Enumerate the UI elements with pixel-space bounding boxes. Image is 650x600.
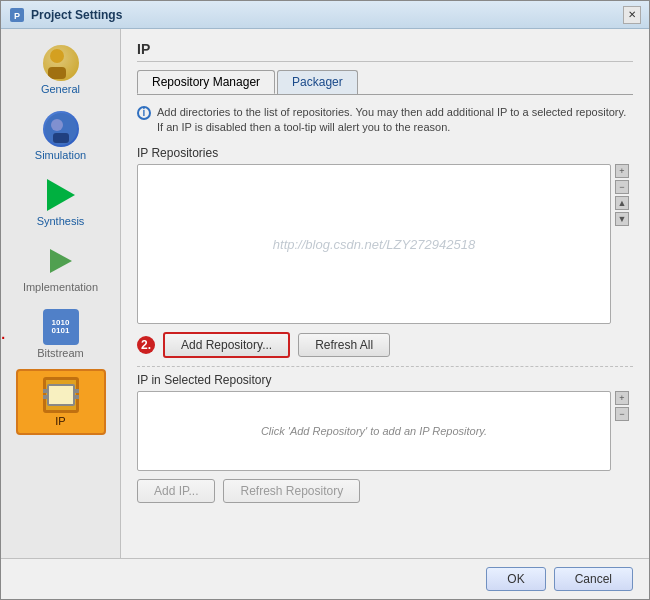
window-title: Project Settings — [31, 8, 623, 22]
watermark-text: http://blog.csdn.net/LZY272942518 — [273, 236, 475, 251]
ip-in-selected-label: IP in Selected Repository — [137, 373, 633, 387]
svg-rect-5 — [48, 67, 66, 79]
svg-point-7 — [51, 119, 63, 131]
main-content: IP Repository Manager Packager i Add dir… — [121, 29, 649, 558]
sidebar-item-ip[interactable]: IP — [16, 369, 106, 435]
info-box: i Add directories to the list of reposit… — [137, 105, 633, 136]
general-icon — [43, 45, 79, 81]
sidebar-item-simulation-label: Simulation — [35, 149, 86, 161]
click-add-hint: Click 'Add Repository' to add an IP Repo… — [185, 425, 563, 437]
project-settings-window: P Project Settings ✕ General — [0, 0, 650, 600]
ip-scroll-minus[interactable]: − — [615, 407, 629, 421]
cancel-button[interactable]: Cancel — [554, 567, 633, 591]
tab-bar: Repository Manager Packager — [137, 70, 633, 95]
ok-button[interactable]: OK — [486, 567, 545, 591]
title-bar: P Project Settings ✕ — [1, 1, 649, 29]
sidebar: General Simulation Synthesis — [1, 29, 121, 558]
scroll-down-btn[interactable]: ▼ — [615, 212, 629, 226]
close-button[interactable]: ✕ — [623, 6, 641, 24]
svg-point-3 — [50, 49, 64, 63]
info-icon: i — [137, 106, 151, 120]
bitstream-icon: 10100101 — [43, 309, 79, 345]
add-repository-scroll-plus[interactable]: + — [615, 164, 629, 178]
footer: OK Cancel — [1, 558, 649, 599]
sidebar-item-bitstream-label: Bitstream — [37, 347, 83, 359]
sidebar-item-implementation-label: Implementation — [23, 281, 98, 293]
sidebar-item-simulation[interactable]: Simulation — [16, 105, 106, 167]
window-body: General Simulation Synthesis — [1, 29, 649, 558]
sidebar-item-ip-label: IP — [55, 415, 65, 427]
add-ip-button[interactable]: Add IP... — [137, 479, 215, 503]
tab-repository-manager[interactable]: Repository Manager — [137, 70, 275, 94]
tab-packager[interactable]: Packager — [277, 70, 358, 94]
svg-text:P: P — [14, 11, 20, 21]
window-icon: P — [9, 7, 25, 23]
refresh-repository-button[interactable]: Refresh Repository — [223, 479, 360, 503]
sidebar-item-general[interactable]: General — [16, 39, 106, 101]
ip-buttons-row: Add IP... Refresh Repository — [137, 479, 633, 503]
synthesis-icon — [43, 177, 79, 213]
sidebar-item-synthesis[interactable]: Synthesis — [16, 171, 106, 233]
chip-graphic — [47, 384, 75, 406]
step1-badge: 1. — [1, 326, 5, 342]
svg-rect-8 — [53, 133, 69, 143]
section-title: IP — [137, 41, 633, 62]
sidebar-item-general-label: General — [41, 83, 80, 95]
ip-scroll-plus[interactable]: + — [615, 391, 629, 405]
step2-badge: 2. — [137, 336, 155, 354]
info-text: Add directories to the list of repositor… — [157, 105, 633, 136]
scroll-up-btn[interactable]: ▲ — [615, 196, 629, 210]
add-repository-scroll-minus[interactable]: − — [615, 180, 629, 194]
refresh-all-button[interactable]: Refresh All — [298, 333, 390, 357]
ip-repositories-label: IP Repositories — [137, 146, 633, 160]
sidebar-item-implementation[interactable]: Implementation — [16, 237, 106, 299]
implementation-icon — [43, 243, 79, 279]
ip-in-selected-list: Click 'Add Repository' to add an IP Repo… — [137, 391, 611, 471]
add-repository-button[interactable]: Add Repository... — [163, 332, 290, 358]
section-divider — [137, 366, 633, 367]
repository-buttons-row: 2. Add Repository... Refresh All — [137, 332, 633, 358]
ip-repositories-list: http://blog.csdn.net/LZY272942518 — [137, 164, 611, 324]
sidebar-item-synthesis-label: Synthesis — [37, 215, 85, 227]
sidebar-item-bitstream[interactable]: 1. 10100101 Bitstream — [16, 303, 106, 365]
simulation-icon — [43, 111, 79, 147]
ip-icon — [43, 377, 79, 413]
